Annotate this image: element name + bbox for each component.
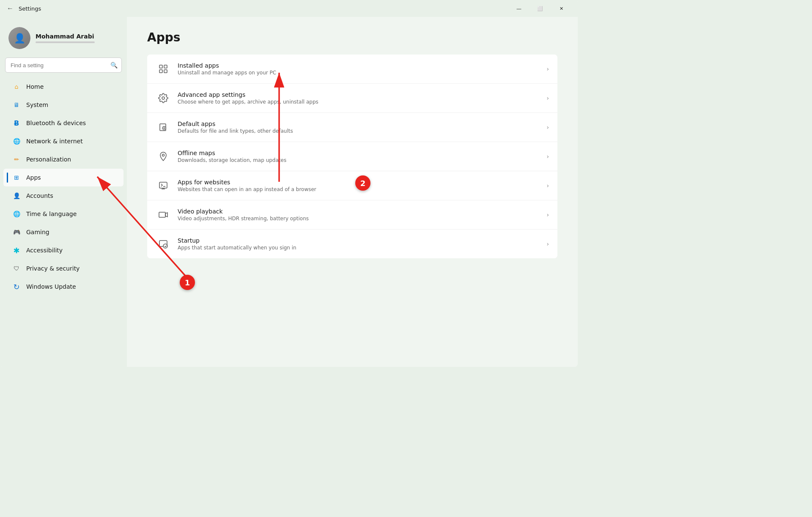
svg-rect-1 [164,65,167,68]
sidebar-item-label: Windows Update [26,283,76,290]
svg-point-4 [162,97,165,99]
sidebar: 👤 Mohammad Arabi 🔍 ⌂ Home 🖥 System [0,17,127,367]
default-apps-row[interactable]: Default apps Defaults for file and link … [147,113,557,142]
apps-for-websites-text: Apps for websites Websites that can open… [178,179,543,192]
advanced-app-settings-icon [156,90,171,106]
apps-for-websites-row[interactable]: Apps for websites Websites that can open… [147,171,557,200]
maximize-button[interactable]: ⬜ [530,2,550,15]
system-icon: 🖥 [12,100,21,109]
startup-desc: Apps that start automatically when you s… [178,245,543,251]
active-indicator [7,172,8,183]
sidebar-item-update[interactable]: ↻ Windows Update [3,278,123,295]
accounts-icon: 👤 [12,191,21,200]
offline-maps-desc: Downloads, storage location, map updates [178,157,543,163]
default-apps-desc: Defaults for file and link types, other … [178,128,543,134]
sidebar-item-label: Home [26,83,44,90]
svg-rect-0 [159,65,162,68]
sidebar-item-accessibility[interactable]: ✱ Accessibility [3,241,123,259]
video-playback-title: Video playback [178,208,543,215]
svg-rect-8 [159,182,167,188]
advanced-app-settings-text: Advanced app settings Choose where to ge… [178,91,543,105]
personalization-icon: ✏️ [12,155,21,164]
default-apps-text: Default apps Defaults for file and link … [178,120,543,134]
sidebar-item-bluetooth[interactable]: Ƀ Bluetooth & devices [3,114,123,132]
sidebar-item-apps[interactable]: ⊞ Apps [3,169,123,186]
offline-maps-row[interactable]: Offline maps Downloads, storage location… [147,142,557,171]
video-playback-desc: Video adjustments, HDR streaming, batter… [178,216,543,222]
title-bar-left: ← Settings [7,5,41,12]
privacy-icon: 🛡 [12,264,21,273]
sidebar-item-privacy[interactable]: 🛡 Privacy & security [3,260,123,277]
content-area: 👤 Mohammad Arabi 🔍 ⌂ Home 🖥 System [0,17,578,367]
update-icon: ↻ [12,282,21,291]
startup-text: Startup Apps that start automatically wh… [178,237,543,251]
sidebar-item-personalization[interactable]: ✏️ Personalization [3,150,123,168]
svg-rect-3 [164,70,167,73]
svg-rect-10 [159,212,165,217]
settings-window: ← Settings — ⬜ ✕ 👤 Mohammad Arabi [0,0,578,367]
home-icon: ⌂ [12,82,21,91]
user-info: Mohammad Arabi [36,33,95,43]
avatar: 👤 [8,27,30,49]
search-box: 🔍 [5,57,122,73]
sidebar-item-label: Time & language [26,211,77,217]
video-playback-row[interactable]: Video playback Video adjustments, HDR st… [147,200,557,230]
apps-for-websites-chevron: › [546,182,549,189]
back-button[interactable]: ← [7,5,14,12]
advanced-app-settings-chevron: › [546,95,549,101]
startup-icon [156,236,171,252]
default-apps-chevron: › [546,124,549,131]
sidebar-item-gaming[interactable]: 🎮 Gaming [3,223,123,241]
sidebar-item-home[interactable]: ⌂ Home [3,78,123,96]
title-bar-controls: — ⬜ ✕ [509,2,571,15]
advanced-app-settings-desc: Choose where to get apps, archive apps, … [178,99,543,105]
bluetooth-icon: Ƀ [12,118,21,128]
sidebar-item-network[interactable]: 🌐 Network & internet [3,132,123,150]
startup-row[interactable]: Startup Apps that start automatically wh… [147,230,557,258]
accessibility-icon: ✱ [12,246,21,255]
apps-for-websites-desc: Websites that can open in an app instead… [178,186,543,192]
minimize-button[interactable]: — [509,2,529,15]
avatar-image: 👤 [8,27,30,49]
apps-icon: ⊞ [12,173,21,182]
installed-apps-row[interactable]: Installed apps Uninstall and manage apps… [147,55,557,84]
main-content: Apps Installed apps Uninstall a [127,17,578,367]
search-input[interactable] [5,57,122,73]
sidebar-item-time[interactable]: 🌐 Time & language [3,205,123,223]
search-icon: 🔍 [110,62,118,68]
network-icon: 🌐 [12,137,21,146]
advanced-app-settings-row[interactable]: Advanced app settings Choose where to ge… [147,84,557,113]
sidebar-item-label: Apps [26,174,41,181]
close-button[interactable]: ✕ [551,2,571,15]
svg-point-7 [162,154,165,156]
video-playback-text: Video playback Video adjustments, HDR st… [178,208,543,222]
window-title: Settings [19,5,41,12]
sidebar-item-label: System [26,101,48,108]
settings-card: Installed apps Uninstall and manage apps… [147,55,557,258]
default-apps-title: Default apps [178,120,543,127]
sidebar-item-label: Bluetooth & devices [26,120,86,126]
offline-maps-icon [156,149,171,164]
sidebar-item-system[interactable]: 🖥 System [3,96,123,114]
advanced-app-settings-title: Advanced app settings [178,91,543,98]
offline-maps-title: Offline maps [178,150,543,156]
installed-apps-title: Installed apps [178,62,543,69]
offline-maps-chevron: › [546,153,549,160]
apps-for-websites-icon [156,178,171,193]
time-icon: 🌐 [12,209,21,219]
sidebar-item-label: Accessibility [26,247,63,254]
page-title: Apps [147,30,557,44]
startup-title: Startup [178,237,543,244]
user-profile[interactable]: 👤 Mohammad Arabi [0,22,127,57]
sidebar-item-accounts[interactable]: 👤 Accounts [3,187,123,205]
svg-point-12 [163,244,167,248]
video-playback-chevron: › [546,211,549,218]
sidebar-item-label: Personalization [26,156,71,163]
installed-apps-icon [156,61,171,77]
installed-apps-chevron: › [546,66,549,72]
video-playback-icon [156,207,171,222]
sidebar-item-label: Gaming [26,229,49,235]
offline-maps-text: Offline maps Downloads, storage location… [178,150,543,163]
sidebar-item-label: Network & internet [26,138,83,145]
user-name: Mohammad Arabi [36,33,95,40]
